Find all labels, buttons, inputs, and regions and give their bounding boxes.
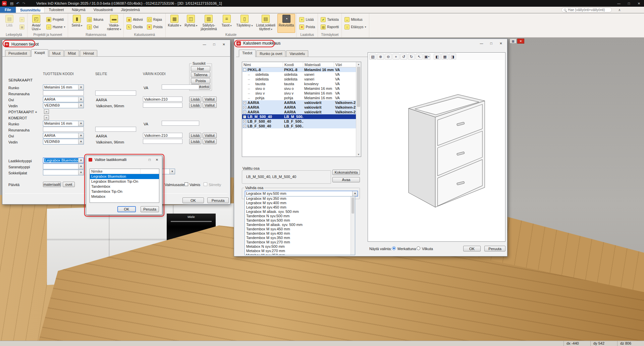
osoita-button[interactable]: ↖Osoita [125, 24, 144, 30]
wall-door-combo[interactable]: AARIA [43, 97, 84, 102]
dialog-tab[interactable]: Mitat [64, 50, 79, 56]
wall-handle-selected-button[interactable]: Valitut [203, 103, 217, 108]
minimize-window-button[interactable]: — [614, 0, 624, 7]
wall-door-color-input[interactable]: Valkoinen-210 [143, 97, 182, 102]
list-column-header[interactable]: Nimike [90, 169, 159, 174]
close-window-button[interactable]: ✕ [634, 0, 644, 7]
part-row[interactable]: sidelista sidelista vaneri VA [242, 77, 356, 81]
part-row[interactable]: +LB_F_500_40 LB_F_500... [242, 124, 356, 128]
seinä-button[interactable]: ▮Seinä ▾ [69, 14, 85, 33]
cabinet-preview[interactable] [400, 84, 487, 212]
update-materials-button[interactable]: materiaalit [43, 182, 61, 187]
dropdown-option[interactable]: Tandembox M syv.270 mm [245, 240, 351, 244]
cancel-button[interactable]: Peruuta [141, 206, 159, 212]
rotate-ccw-button[interactable]: ↺ [400, 54, 407, 60]
undo-icon[interactable]: ↶ [15, 1, 21, 6]
save-icon[interactable]: ▤ [9, 1, 15, 6]
liitä-button[interactable]: ▤Liitä [2, 14, 17, 33]
part-row[interactable]: +LB_F_500_40 LB_F_500... [242, 119, 356, 124]
tasot-button[interactable]: ≡Tasot ▾ [219, 14, 234, 33]
maximize-window-button[interactable]: □ [624, 0, 634, 7]
base-handle-selected-button[interactable]: Valitut [203, 139, 217, 144]
base-handle-add-button[interactable]: Lisää [189, 139, 201, 144]
dropdown-option[interactable]: Tandembox M allask. syv. 500 mm [245, 223, 351, 227]
huone-button[interactable]: ⌂Huone▾ [45, 24, 67, 30]
room-dialog-titlebar[interactable]: iD Huoneen tiedot — □ ✕ [2, 40, 230, 49]
hinge-type-combo[interactable] [43, 164, 84, 169]
part-row[interactable]: sidelista sidelista vaneri VA [242, 72, 356, 77]
restore-view-button[interactable]: ▦ [509, 39, 517, 44]
favorites-delete-button[interactable]: Poista [191, 78, 210, 83]
part-row[interactable]: +AARIA AARIA vakiovärit Valkoinen-210 [242, 100, 356, 105]
etäisyys-button[interactable]: ↕Etäisyys▾ [343, 24, 368, 30]
col-nimi[interactable]: Nimi [242, 62, 283, 67]
copy-icon-button[interactable]: ▣ [18, 24, 26, 30]
expand-toggle-icon[interactable]: + [243, 101, 246, 104]
zoom-in-button[interactable]: ⊕ [377, 54, 384, 60]
dialog-tab[interactable]: Runko ja ovet [256, 50, 285, 57]
dropdown-option[interactable]: Tandembox M syv.450 mm [245, 227, 351, 231]
shading-button[interactable]: ◧ [434, 54, 441, 60]
dropdown-option[interactable]: Legrabox M syv.400 mm [245, 201, 351, 205]
dropdown-option[interactable]: Metabox M syv.350 mm [245, 253, 351, 255]
base-edgeband-desc-input[interactable] [95, 127, 136, 132]
dialog-tab[interactable]: Muut [49, 50, 64, 56]
drawer-model-option[interactable]: Tandembox Tip-On [90, 189, 159, 194]
maximize-button[interactable]: □ [486, 40, 496, 47]
ovi-button[interactable]: ▯Ovi [85, 24, 105, 30]
part-row[interactable]: +AARIA AARIA vakiovärit Valkoinen-210 [242, 105, 356, 110]
part-row[interactable]: sivu v sivu v Melamiini 16 mm VA [242, 91, 356, 96]
close-button[interactable]: ✕ [219, 41, 229, 48]
drawer-model-option[interactable]: Tandembox [90, 184, 159, 189]
base-door-selected-button[interactable]: Valitut [203, 133, 217, 138]
expand-toggle-icon[interactable]: + [243, 106, 246, 109]
copy-up-button[interactable]: « [44, 115, 49, 120]
zoom-window-button[interactable]: ▧ [369, 54, 376, 60]
menu-tab[interactable]: Visualisointi [90, 7, 117, 13]
col-materiaali[interactable]: Materiaali [303, 62, 334, 67]
drawer-model-option[interactable]: Legrabox Bluemotion [90, 174, 159, 179]
wall-door-add-button[interactable]: Lisää [189, 97, 201, 102]
parts-table-scrollbar[interactable]: ▲ ▼ [356, 62, 361, 157]
furniture-dialog-titlebar[interactable]: iD Kalusteen muokkaus — □ ✕ [234, 39, 507, 48]
pan-button[interactable]: + [392, 54, 399, 60]
ryhmä-button[interactable]: ◫Ryhmä ▾ [183, 14, 199, 33]
expand-toggle-icon[interactable]: + [243, 120, 246, 123]
expand-toggle-icon[interactable]: + [243, 115, 246, 118]
projekti-button[interactable]: ▦Projekti [45, 16, 67, 23]
dropdown-option[interactable]: Metabox M syv.270 mm [245, 249, 351, 253]
wall-frame-color-input[interactable] [162, 84, 199, 90]
rotate-cw-button[interactable]: ↻ [408, 54, 415, 60]
wall-door-selected-button[interactable]: Valitut [203, 97, 217, 102]
rekvisiitta-button[interactable]: ◔Rekvisiitta [277, 14, 296, 33]
rajaa-button[interactable]: ▢Rajaa [145, 16, 164, 23]
part-row[interactable]: +LB_M_500_40 LB_M_500... [242, 114, 356, 119]
copy-down-button[interactable]: » [44, 109, 49, 114]
zoom-out-button[interactable]: ⊖ [385, 54, 392, 60]
base-handle-combo[interactable]: VEDIN59 [43, 139, 84, 145]
expand-toggle-icon[interactable]: - [243, 68, 246, 71]
viewmode-button[interactable]: ▣▾ [423, 54, 430, 60]
minimize-button[interactable]: — [477, 40, 486, 47]
redo-icon[interactable]: ↷ [21, 1, 27, 6]
base-door-add-button[interactable]: Lisää [189, 133, 201, 138]
menu-tab[interactable]: Järjestelmä [117, 7, 144, 13]
listat-sokkeli-täytteet-button[interactable]: ▤Listat,sokkelitäytteet ▾ [255, 14, 277, 33]
dialog-tab[interactable]: Perustiedot [5, 50, 31, 56]
plinth-feet-combo[interactable] [43, 170, 84, 175]
ready-checkbox[interactable] [184, 182, 188, 186]
ok-button[interactable]: OK [182, 197, 204, 203]
tarkista-button[interactable]: ✔Tarkista [319, 16, 340, 23]
raportti-button[interactable]: ▤Raportti [319, 24, 340, 30]
mitoitus-button[interactable]: ↔Mitoitus [343, 16, 368, 23]
expand-toggle-icon[interactable]: + [243, 125, 246, 128]
pointer-button[interactable]: ↖ [416, 54, 423, 60]
close-view-button[interactable]: ✕ [517, 39, 524, 44]
col-koodi[interactable]: Koodi [283, 62, 303, 67]
close-button[interactable]: ✕ [496, 40, 506, 47]
part-row[interactable]: tausta tausta kovalevy VA [242, 81, 356, 86]
ikkuna-button[interactable]: ◫Ikkuna [85, 16, 105, 23]
ok-button[interactable]: OK [117, 206, 136, 212]
dialog-tab[interactable]: Varustelu [286, 50, 308, 57]
close-button[interactable]: ✕ [153, 157, 161, 162]
